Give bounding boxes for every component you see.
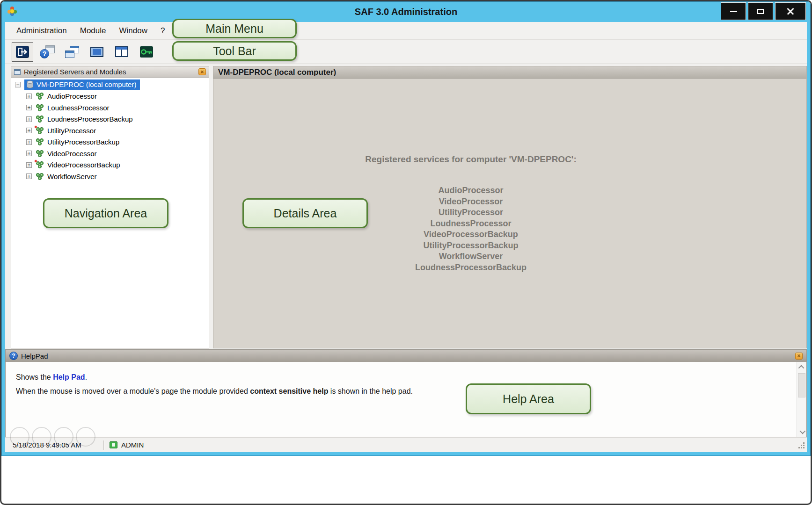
exit-icon [15, 45, 29, 58]
tree-item-label: AudioProcessor [47, 92, 97, 100]
tree-item-utility-processor-backup[interactable]: + UtilityProcessorBackup [11, 137, 209, 148]
server-tree: − VM-DPEPROC (local computer) + [11, 78, 209, 182]
license-key-button[interactable] [136, 42, 157, 62]
module-gears-icon [36, 138, 44, 146]
tree-item-label: VM-DPEPROC (local computer) [37, 80, 136, 88]
annotation-tool-bar: Tool Bar [172, 41, 297, 61]
window-controls [721, 2, 806, 20]
service-name: UtilityProcessorBackup [213, 240, 728, 252]
tree-item-label: WorkflowServer [47, 173, 97, 180]
title-bar: SAF 3.0 Administration [1, 1, 811, 22]
helppad-close-icon[interactable]: ✕ [795, 353, 803, 360]
expand-expander[interactable]: + [26, 162, 32, 168]
cascade-windows-button[interactable] [61, 42, 83, 62]
menu-module[interactable]: Module [73, 23, 113, 39]
scroll-up-button[interactable] [797, 362, 806, 372]
help-text: . [85, 373, 87, 381]
help-line-2: When the mouse is moved over a module's … [16, 387, 797, 396]
chevron-up-icon [798, 365, 804, 371]
maximize-icon [757, 9, 764, 14]
tree-item-label: LoudnessProcessor [47, 104, 110, 112]
maximize-button[interactable] [748, 2, 773, 20]
resize-grip[interactable] [798, 442, 805, 450]
module-gears-icon [36, 127, 44, 135]
tree-item-loudness-processor-backup[interactable]: + LoudnessProcessorBackup [11, 114, 209, 125]
tree-item-workflow-server[interactable]: + WorkflowServer [11, 171, 209, 182]
status-bar: 5/18/2018 9:49:05 AM ADMIN [5, 437, 807, 452]
tree-item-video-processor[interactable]: + VideoProcessor [11, 148, 209, 159]
details-panel-header: VM-DPEPROC (local computer) [213, 66, 806, 79]
server-icon [26, 80, 34, 89]
status-timestamp: 5/18/2018 9:49:05 AM [5, 441, 103, 449]
menu-administration[interactable]: Administration [10, 23, 73, 39]
expand-expander[interactable]: + [26, 128, 32, 133]
module-gears-icon [36, 115, 44, 123]
help-text: Shows the [16, 373, 53, 381]
screenshot-frame: SAF 3.0 Administration Administration Mo… [0, 0, 812, 505]
window-title: SAF 3.0 Administration [1, 1, 811, 22]
expand-expander[interactable]: + [26, 173, 32, 179]
annotation-main-menu: Main Menu [172, 19, 297, 38]
help-text: is shown in the help pad. [328, 387, 413, 395]
helppad-header: ? HelpPad ✕ [6, 350, 806, 362]
cascade-windows-icon [65, 46, 79, 58]
helppad-panel: ? HelpPad ✕ Shows the Help Pad. When the… [5, 349, 807, 437]
expand-expander[interactable]: + [26, 151, 32, 156]
help-button[interactable]: ? [37, 42, 58, 62]
tree-item-label: LoudnessProcessorBackup [47, 115, 133, 123]
expand-expander[interactable]: + [26, 94, 32, 99]
helppad-title: HelpPad [21, 352, 48, 360]
tree-item-vm-dpeproc[interactable]: − VM-DPEPROC (local computer) [11, 79, 209, 91]
expand-expander[interactable]: + [26, 116, 32, 122]
tree-item-label: VideoProcessor [47, 150, 97, 158]
details-content: Registered services for computer 'VM-DPE… [213, 79, 728, 273]
helppad-content: Shows the Help Pad. When the mouse is mo… [6, 362, 797, 437]
tree-item-audio-processor[interactable]: + AudioProcessor [11, 91, 209, 102]
tree-item-utility-processor[interactable]: + UtilityProcessor [11, 125, 209, 137]
full-screen-button[interactable] [86, 42, 108, 62]
admin-session-icon [110, 441, 117, 448]
service-name: VideoProcessorBackup [213, 229, 728, 240]
help-icon: ? [40, 45, 55, 58]
tree-item-loudness-processor[interactable]: + LoudnessProcessor [11, 102, 209, 114]
menu-window[interactable]: Window [112, 23, 154, 39]
tree-item-label: UtilityProcessor [47, 127, 96, 135]
minimize-icon [730, 11, 737, 12]
exit-button[interactable] [12, 42, 33, 62]
tile-windows-button[interactable] [111, 42, 132, 62]
collapse-expander[interactable]: − [15, 82, 21, 87]
tool-bar: ? [5, 40, 807, 64]
navigation-panel-header: Registered Servers and Modules ✕ [11, 66, 209, 78]
status-user-label: ADMIN [121, 441, 144, 449]
help-pad-link[interactable]: Help Pad [53, 373, 85, 381]
navigation-panel-close-icon[interactable]: ✕ [198, 68, 206, 75]
module-gears-icon [36, 104, 44, 112]
help-text: When the mouse is moved over a module's … [16, 387, 250, 395]
close-button[interactable] [775, 2, 806, 20]
chevron-down-icon [799, 428, 805, 434]
alert-dot-icon [34, 125, 37, 129]
tree-item-label: UtilityProcessorBackup [47, 138, 119, 146]
service-name: LoudnessProcessorBackup [213, 262, 728, 274]
tree-item-video-processor-backup[interactable]: + VideoProcessorBackup [11, 159, 209, 171]
menu-help[interactable]: ? [154, 23, 171, 39]
main-menu-bar: Administration Module Window ? [5, 22, 807, 40]
scroll-down-button[interactable] [797, 426, 806, 437]
expand-expander[interactable]: + [26, 105, 32, 110]
minimize-button[interactable] [721, 2, 746, 20]
navigation-panel-title: Registered Servers and Modules [24, 68, 126, 76]
service-name: AudioProcessor [213, 185, 728, 196]
module-gears-icon [36, 161, 44, 169]
app-window: SAF 3.0 Administration Administration Mo… [1, 1, 811, 456]
full-screen-icon [90, 47, 103, 57]
expand-expander[interactable]: + [26, 139, 32, 145]
selected-tree-item: VM-DPEPROC (local computer) [24, 79, 140, 90]
dock-panel-icon [14, 69, 21, 75]
scrollbar-thumb[interactable] [798, 373, 805, 397]
annotation-navigation-area: Navigation Area [43, 198, 168, 228]
helppad-scrollbar[interactable] [797, 362, 806, 437]
help-question-icon: ? [9, 352, 18, 360]
module-gears-icon [36, 173, 44, 180]
key-icon [139, 46, 154, 58]
annotation-details-area: Details Area [242, 198, 368, 228]
